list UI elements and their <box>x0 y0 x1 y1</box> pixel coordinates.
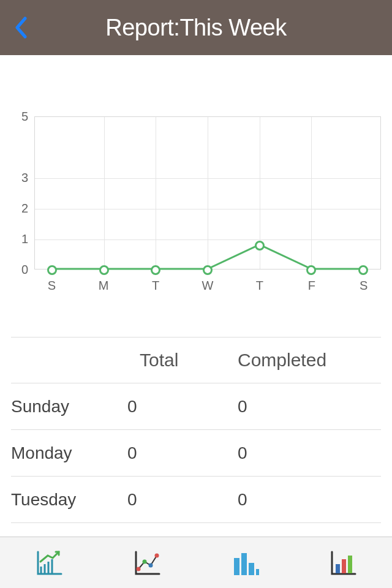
table-row: Sunday00 <box>11 383 381 430</box>
cell-total: 0 <box>127 443 238 463</box>
data-point <box>306 265 316 275</box>
table-header-row: Total Completed <box>11 337 381 383</box>
x-tick-label: M <box>99 279 109 293</box>
svg-point-4 <box>137 567 141 571</box>
svg-point-6 <box>149 563 153 567</box>
svg-rect-14 <box>348 556 352 573</box>
multi-bar-chart-icon <box>328 549 358 576</box>
scatter-chart-icon <box>132 549 162 576</box>
y-tick-label: 3 <box>21 171 28 185</box>
tab-this-week[interactable] <box>0 537 98 588</box>
cell-completed: 0 <box>238 490 381 510</box>
y-tick-label: 2 <box>21 202 28 216</box>
tab-bar <box>0 537 392 588</box>
y-tick-label: 1 <box>21 232 28 246</box>
x-tick-label: S <box>48 279 56 293</box>
svg-rect-12 <box>336 564 340 573</box>
chart-container: 01235 SMTWTFS <box>0 55 392 312</box>
y-tick-label: 0 <box>21 263 28 277</box>
tab-bars[interactable] <box>196 537 294 588</box>
data-point <box>151 265 160 275</box>
cell-day: Tuesday <box>11 490 127 510</box>
tab-compare[interactable] <box>294 537 392 588</box>
cell-day: Monday <box>11 443 127 463</box>
svg-rect-13 <box>342 559 346 573</box>
svg-point-7 <box>155 553 159 557</box>
y-tick-label: 5 <box>21 110 28 124</box>
stats-table: Total Completed Sunday00Monday00Tuesday0… <box>0 337 392 523</box>
tab-trend[interactable] <box>98 537 196 588</box>
data-point <box>203 265 213 275</box>
x-tick-label: T <box>152 279 159 293</box>
table-header-total: Total <box>127 350 238 371</box>
svg-rect-10 <box>249 563 254 575</box>
svg-rect-9 <box>241 553 247 575</box>
data-point <box>255 241 265 251</box>
table-header-completed: Completed <box>238 350 381 371</box>
page-title: Report:This Week <box>0 15 392 41</box>
bar-chart-icon <box>230 549 260 576</box>
back-button[interactable] <box>10 17 32 39</box>
x-tick-label: S <box>360 279 368 293</box>
line-chart-icon <box>34 549 64 576</box>
chart-plot <box>34 116 381 270</box>
svg-point-5 <box>143 559 147 564</box>
cell-total: 0 <box>127 397 238 417</box>
cell-completed: 0 <box>238 443 381 463</box>
x-axis: SMTWTFS <box>34 279 381 297</box>
table-row: Tuesday00 <box>11 477 381 523</box>
cell-total: 0 <box>127 490 238 510</box>
data-point <box>47 265 57 275</box>
svg-rect-11 <box>256 569 259 575</box>
x-tick-label: W <box>202 279 214 293</box>
chevron-left-icon <box>14 17 28 39</box>
y-axis: 01235 <box>11 116 34 270</box>
cell-completed: 0 <box>238 397 381 417</box>
x-tick-label: F <box>308 279 315 293</box>
table-row: Monday00 <box>11 430 381 477</box>
header-bar: Report:This Week <box>0 0 392 55</box>
data-point <box>99 265 109 275</box>
data-point <box>358 265 368 275</box>
line-series <box>35 117 380 269</box>
x-tick-label: T <box>256 279 263 293</box>
svg-rect-8 <box>234 558 239 575</box>
cell-day: Sunday <box>11 397 127 417</box>
